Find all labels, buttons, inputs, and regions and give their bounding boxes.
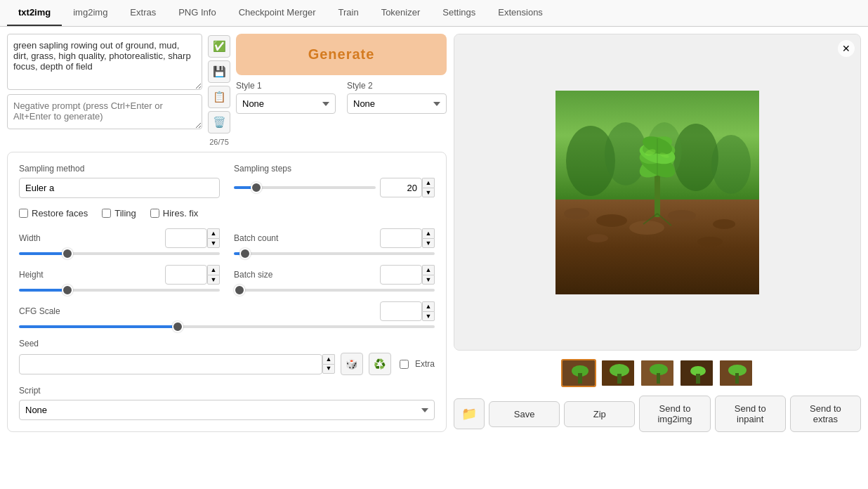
svg-point-12 <box>587 234 608 242</box>
seed-spin-up[interactable]: ▲ <box>322 354 335 364</box>
paste-icon-btn[interactable]: ✅ <box>208 35 230 58</box>
tab-bar: txt2img img2img Extras PNG Info Checkpoi… <box>0 0 868 27</box>
batch-count-slider[interactable] <box>234 252 435 255</box>
hires-fix-input[interactable] <box>150 209 159 218</box>
thumb3-img <box>641 360 675 387</box>
seed-spin-down[interactable]: ▼ <box>322 364 335 374</box>
seed-extra-input[interactable] <box>400 360 409 369</box>
generate-button[interactable]: Generate <box>236 34 447 75</box>
generate-section: Generate Style 1 None Style 2 None <box>236 34 447 146</box>
batch-size-input[interactable]: 1 <box>380 265 422 285</box>
send-extras-button[interactable]: Send to extras <box>790 396 861 432</box>
seed-reuse-btn[interactable]: ♻️ <box>369 353 391 375</box>
height-input[interactable]: 512 <box>165 265 207 285</box>
width-input[interactable]: 512 <box>165 228 207 248</box>
steps-spinner: ▲ ▼ <box>422 178 435 197</box>
main-content: green sapling rowing out of ground, mud,… <box>0 27 868 439</box>
cfg-scale-spin-down[interactable]: ▼ <box>422 311 435 321</box>
style1-label: Style 1 <box>236 81 336 91</box>
tab-img2img[interactable]: img2img <box>62 0 119 26</box>
sampling-method-label: Sampling method <box>19 164 220 174</box>
height-label: Height <box>19 270 44 280</box>
save-button[interactable]: Save <box>489 401 560 427</box>
svg-rect-28 <box>578 373 582 384</box>
seed-row: 1441787169 ▲ ▼ 🎲 ♻️ Extra <box>19 353 435 375</box>
cfg-scale-input[interactable]: 12 <box>380 301 422 321</box>
thumbnail-3[interactable] <box>640 359 675 387</box>
seed-extra-checkbox[interactable]: Extra <box>400 359 435 369</box>
zip-button[interactable]: Zip <box>564 401 635 427</box>
sampling-steps-input[interactable]: 20 <box>380 178 422 197</box>
height-spin-down[interactable]: ▼ <box>207 275 220 285</box>
style-row: Style 1 None Style 2 None <box>236 81 447 114</box>
main-prompt-input[interactable]: green sapling rowing out of ground, mud,… <box>7 34 202 90</box>
left-panel: green sapling rowing out of ground, mud,… <box>7 34 447 432</box>
steps-spin-up[interactable]: ▲ <box>422 178 435 188</box>
thumbnail-4[interactable] <box>679 359 714 387</box>
tiling-checkbox[interactable]: Tiling <box>102 208 136 219</box>
save-icon-btn[interactable]: 💾 <box>208 60 230 83</box>
cfg-scale-spin-up[interactable]: ▲ <box>422 301 435 311</box>
seed-random-btn[interactable]: 🎲 <box>341 353 363 375</box>
height-group: Height 512 ▲ ▼ <box>19 265 220 292</box>
svg-point-11 <box>629 221 664 235</box>
style2-select[interactable]: None <box>347 93 447 114</box>
width-spin-up[interactable]: ▲ <box>207 228 220 238</box>
width-spin-down[interactable]: ▼ <box>207 238 220 248</box>
image-close-button[interactable]: ✕ <box>838 40 855 57</box>
seed-input-wrap: 1441787169 ▲ ▼ <box>19 354 335 374</box>
steps-spin-down[interactable]: ▼ <box>422 188 435 197</box>
blur-left <box>454 34 546 350</box>
hires-fix-checkbox[interactable]: Hires. fix <box>150 208 199 219</box>
sampling-steps-slider[interactable] <box>234 186 376 189</box>
height-slider[interactable] <box>19 289 220 292</box>
style2-label: Style 2 <box>347 81 447 91</box>
script-section: Script None <box>19 385 435 420</box>
width-label: Width <box>19 233 41 243</box>
batch-count-spin-up[interactable]: ▲ <box>422 228 435 238</box>
tab-settings[interactable]: Settings <box>431 0 487 26</box>
tiling-input[interactable] <box>102 209 111 218</box>
style2-group: Style 2 None <box>347 81 447 114</box>
tab-extensions[interactable]: Extensions <box>487 0 554 26</box>
token-count: 26/75 <box>209 138 229 146</box>
batch-count-input[interactable]: 4 <box>380 228 422 248</box>
clipboard-icon-btn[interactable]: 📋 <box>208 86 230 108</box>
open-folder-button[interactable]: 📁 <box>454 398 485 429</box>
blur-right <box>769 34 860 350</box>
svg-point-9 <box>668 210 696 221</box>
tab-checkpoint-merger[interactable]: Checkpoint Merger <box>228 0 327 26</box>
height-spin-up[interactable]: ▲ <box>207 265 220 275</box>
tab-train[interactable]: Train <box>327 0 370 26</box>
restore-faces-checkbox[interactable]: Restore faces <box>19 208 88 219</box>
svg-point-13 <box>697 237 723 247</box>
height-spinner: ▲ ▼ <box>207 265 220 285</box>
trash-icon-btn[interactable]: 🗑️ <box>208 111 230 133</box>
negative-prompt-input[interactable] <box>7 94 202 129</box>
tab-png-info[interactable]: PNG Info <box>167 0 227 26</box>
width-spinner: ▲ ▼ <box>207 228 220 248</box>
cfg-scale-slider[interactable] <box>19 325 435 328</box>
width-slider[interactable] <box>19 252 220 255</box>
style1-select[interactable]: None <box>236 93 336 114</box>
script-select[interactable]: None <box>19 400 435 420</box>
send-img2img-button[interactable]: Send to img2img <box>639 396 710 432</box>
tab-extras[interactable]: Extras <box>119 0 167 26</box>
seed-input[interactable]: 1441787169 <box>19 354 322 374</box>
svg-point-4 <box>711 135 751 194</box>
thumbnail-2[interactable] <box>600 359 636 387</box>
thumbnail-5[interactable] <box>718 359 754 387</box>
batch-size-spin-down[interactable]: ▼ <box>422 275 435 285</box>
tab-txt2img[interactable]: txt2img <box>7 0 62 26</box>
cfg-scale-group: CFG Scale 12 ▲ ▼ <box>19 301 435 328</box>
batch-size-slider[interactable] <box>234 289 435 292</box>
sampling-steps-label: Sampling steps <box>234 164 435 174</box>
batch-size-spin-up[interactable]: ▲ <box>422 265 435 275</box>
sampling-method-select[interactable]: Euler a <box>19 178 220 198</box>
thumbnail-1[interactable] <box>561 359 596 387</box>
send-inpaint-button[interactable]: Send to inpaint <box>715 396 786 432</box>
tab-tokenizer[interactable]: Tokenizer <box>370 0 432 26</box>
batch-count-spin-down[interactable]: ▼ <box>422 238 435 248</box>
restore-faces-input[interactable] <box>19 209 28 218</box>
batch-count-number-wrap: 4 ▲ ▼ <box>380 228 435 248</box>
